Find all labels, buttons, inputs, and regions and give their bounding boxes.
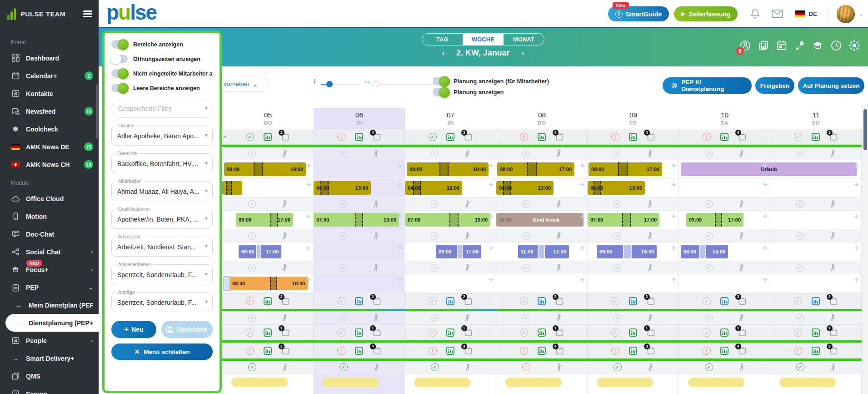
- shift-bar[interactable]: [323, 378, 379, 387]
- shift-cell[interactable]: +: [770, 274, 862, 293]
- day-status-cell[interactable]: ✓1: [496, 325, 588, 340]
- shift-cell[interactable]: +: [222, 179, 314, 197]
- meta-cell[interactable]: ✓: [405, 229, 496, 242]
- scrollbar-thumb[interactable]: [863, 109, 867, 150]
- sidebar-item-office-cloud[interactable]: Office Cloud: [0, 190, 99, 207]
- add-shift-icon[interactable]: +: [397, 161, 402, 171]
- day-status-cell[interactable]: ✓3: [770, 129, 862, 144]
- meta-cell[interactable]: ✓: [405, 311, 496, 324]
- calendar-badge-icon[interactable]: 3: [464, 133, 473, 141]
- meta-cell[interactable]: ✓: [770, 261, 862, 274]
- day-header-09[interactable]: 09FR: [588, 108, 679, 129]
- add-shift-icon[interactable]: +: [854, 243, 859, 253]
- shift-cell[interactable]: +: [314, 160, 405, 178]
- day-status-cell[interactable]: ✓1: [405, 325, 496, 340]
- sidebar-scrollbar[interactable]: [96, 84, 98, 139]
- meta-cell[interactable]: ✓: [314, 311, 405, 324]
- shift-cell[interactable]: 09:0017:00+: [222, 242, 314, 261]
- shift-cell[interactable]: 08:0014:00+: [679, 242, 770, 261]
- shift-bar[interactable]: 07:0017:00: [588, 213, 659, 227]
- meta-cell[interactable]: ✓: [222, 197, 314, 210]
- calendar-badge-icon[interactable]: 4: [555, 133, 564, 141]
- meta-cell[interactable]: ✓: [314, 147, 405, 160]
- row-height-slider[interactable]: [321, 84, 359, 85]
- day-status-cell[interactable]: ✓2: [314, 293, 405, 308]
- filter-select-mitarbeiter[interactable]: MitarbeiterAhmad Muaaz, Ali Haiya, A...▾: [111, 181, 213, 201]
- mail-icon[interactable]: [772, 10, 783, 18]
- meta-cell[interactable]: ✓: [770, 197, 862, 210]
- shift-cell[interactable]: 09:0017:00+: [405, 242, 496, 261]
- day-header-11[interactable]: 11SO: [770, 108, 862, 129]
- day-status-cell[interactable]: ✓1: [314, 325, 405, 340]
- filter-select-antr-ge[interactable]: AnträgeSperrzeit, Sonderurlaub, F...▾: [111, 292, 213, 312]
- freigeben-button[interactable]: Freigeben: [755, 77, 794, 94]
- filter-select-fillialen[interactable]: FillialenAdler Apotheke, Bären Apo...▾: [111, 126, 213, 146]
- calendar-badge-icon[interactable]: 1: [464, 328, 473, 337]
- new-filter-button[interactable]: +Neu: [111, 321, 156, 338]
- toggle-switch[interactable]: [111, 84, 128, 92]
- add-shift-icon[interactable]: +: [397, 275, 402, 285]
- hamburger-menu-icon[interactable]: [83, 9, 92, 19]
- add-shift-icon[interactable]: +: [489, 179, 494, 189]
- shift-bar[interactable]: [779, 378, 836, 387]
- clock-icon[interactable]: [830, 40, 842, 51]
- day-status-cell[interactable]: ✓1: [679, 325, 770, 340]
- filter-select-qualifikationen[interactable]: QualifikationenApotheker/in, Boten, PKA,…: [111, 209, 213, 229]
- add-shift-icon[interactable]: +: [306, 275, 311, 285]
- calendar-badge-icon[interactable]: 2: [647, 297, 655, 305]
- shift-cell[interactable]: 04:0013:00+: [314, 179, 405, 197]
- calendar-badge-icon[interactable]: 3: [829, 133, 838, 141]
- calendar-badge-icon[interactable]: 1: [373, 328, 381, 337]
- meta-cell[interactable]: ✓: [679, 261, 770, 274]
- shift-cell[interactable]: 04:0013:00+: [496, 179, 588, 197]
- shift-bar[interactable]: [222, 181, 242, 195]
- calendar-badge-icon[interactable]: 1: [647, 328, 655, 337]
- calendar-badge-icon[interactable]: 4: [555, 347, 564, 355]
- meta-cell[interactable]: ✓: [405, 197, 496, 210]
- meta-cell[interactable]: ✓: [588, 261, 679, 274]
- day-status-cell[interactable]: !4: [679, 129, 770, 144]
- shift-bar[interactable]: 09:0017:00: [686, 213, 743, 227]
- add-shift-icon[interactable]: +: [854, 161, 859, 171]
- calendar-badge-icon[interactable]: 4: [738, 133, 747, 141]
- calendar-badge-icon[interactable]: 1: [281, 328, 290, 337]
- add-shift-icon[interactable]: +: [763, 179, 768, 189]
- shift-bar[interactable]: [688, 378, 744, 387]
- calendar-badge-icon[interactable]: 2: [373, 297, 381, 305]
- add-shift-icon[interactable]: +: [580, 243, 585, 253]
- notifications-bell-icon[interactable]: [750, 9, 760, 19]
- meta-cell[interactable]: !: [496, 361, 588, 374]
- day-status-cell[interactable]: !4: [314, 343, 405, 358]
- shift-bar[interactable]: 04:0013:00: [588, 181, 645, 195]
- calendar-badge-icon[interactable]: 3: [647, 347, 655, 355]
- shift-cell[interactable]: 08:3018:30+: [222, 274, 314, 293]
- shift-cell[interactable]: 08:0017:00+: [496, 160, 588, 178]
- add-shift-icon[interactable]: +: [397, 243, 402, 253]
- language-selector[interactable]: DE: [795, 10, 817, 17]
- meta-cell[interactable]: ✓: [496, 311, 588, 324]
- shift-cell[interactable]: +: [314, 274, 405, 293]
- toggle-switch[interactable]: [111, 55, 128, 63]
- calendar-badge-icon[interactable]: 3: [281, 133, 290, 141]
- shift-cell[interactable]: 07:0017:00+: [588, 211, 679, 229]
- calendar-badge-icon[interactable]: 4: [647, 133, 655, 141]
- shift-cell[interactable]: +: [679, 179, 770, 197]
- shift-cell[interactable]: [496, 374, 588, 394]
- shift-cell[interactable]: +: [314, 242, 405, 261]
- close-menu-button[interactable]: ✕Menü schließen: [111, 343, 213, 360]
- add-shift-icon[interactable]: +: [671, 179, 676, 189]
- column-width-slider-handle[interactable]: [373, 81, 379, 87]
- shift-bar[interactable]: 04:0013:00: [496, 181, 554, 195]
- shift-bar[interactable]: [414, 378, 470, 387]
- wrench-icon[interactable]: [794, 40, 805, 51]
- calendar-badge-icon[interactable]: 1: [555, 328, 564, 337]
- smartguide-button[interactable]: Neu ? SmartGuide: [608, 6, 669, 21]
- sidebar-item-kontakte[interactable]: Kontakte: [0, 85, 99, 102]
- calendar-badge-icon[interactable]: 3: [281, 347, 290, 355]
- meta-cell[interactable]: ✓: [679, 311, 770, 324]
- shift-bar[interactable]: 04:0013:00: [405, 181, 462, 195]
- tab-monat[interactable]: MONAT: [503, 34, 544, 45]
- calendar-badge-icon[interactable]: 1: [829, 328, 838, 337]
- shift-cell[interactable]: 07:0019:00+: [314, 211, 405, 229]
- meta-cell[interactable]: ✓: [496, 261, 588, 274]
